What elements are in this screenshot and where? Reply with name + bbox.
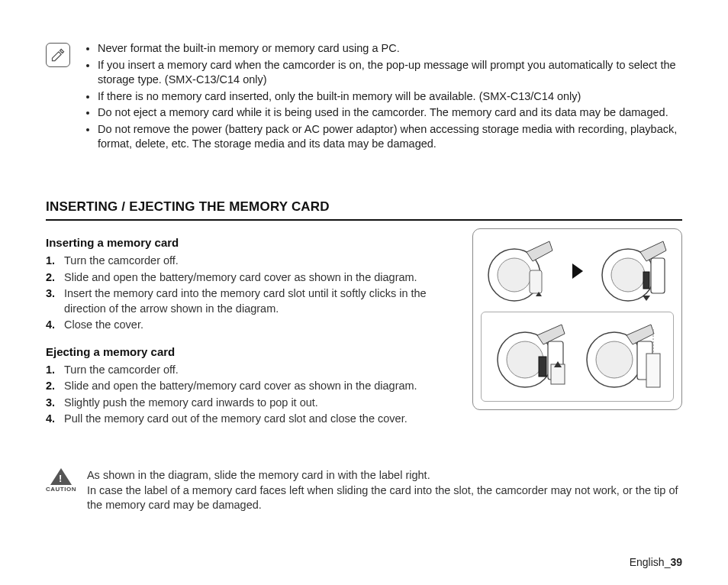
camcorder-closed-icon xyxy=(481,237,557,305)
note-block: Never format the built-in memory or memo… xyxy=(46,41,682,154)
caution-label: CAUTION xyxy=(46,486,76,494)
list-item: 3.Insert the memory card into the memory… xyxy=(60,286,457,316)
list-item: 4.Pull the memory card out of the memory… xyxy=(60,412,457,427)
note-item: Do not remove the power (battery pack or… xyxy=(98,122,682,152)
svg-rect-2 xyxy=(530,270,542,293)
list-item: 1.Turn the camcorder off. xyxy=(60,363,457,378)
camcorder-eject-icon xyxy=(581,318,665,395)
step-text: Slightly push the memory card inwards to… xyxy=(64,396,318,409)
pencil-note-icon xyxy=(50,47,66,63)
eject-heading: Ejecting a memory card xyxy=(46,345,457,358)
list-item: 4.Close the cover. xyxy=(60,318,457,333)
svg-rect-15 xyxy=(646,354,660,387)
list-item: 2.Slide and open the battery/memory card… xyxy=(60,379,457,394)
svg-point-4 xyxy=(611,258,645,292)
arrow-right-icon xyxy=(572,263,583,279)
camcorder-insert-icon xyxy=(490,318,574,395)
step-text: Turn the camcorder off. xyxy=(64,254,179,267)
note-item: Do not eject a memory card while it is b… xyxy=(98,105,682,121)
caution-block: CAUTION As shown in the diagram, slide t… xyxy=(46,468,682,513)
footer-lang: English xyxy=(630,556,665,568)
step-text: Turn the camcorder off. xyxy=(64,364,179,376)
step-text: Slide and open the battery/memory card c… xyxy=(64,380,417,392)
step-text: Insert the memory card into the memory c… xyxy=(64,287,427,315)
insert-heading: Inserting a memory card xyxy=(46,236,457,249)
section-heading: INSERTING / EJECTING THE MEMORY CARD xyxy=(46,199,682,221)
step-text: Pull the memory card out of the memory c… xyxy=(64,412,407,425)
content-row: Inserting a memory card 1.Turn the camco… xyxy=(46,231,682,439)
caution-text: As shown in the diagram, slide the memor… xyxy=(87,468,682,513)
caution-line: In case the label of a memory card faces… xyxy=(87,483,682,513)
caution-line: As shown in the diagram, slide the memor… xyxy=(87,468,682,483)
svg-rect-10 xyxy=(539,357,546,377)
page-number: 39 xyxy=(670,556,682,568)
caution-icon: CAUTION xyxy=(46,468,76,494)
note-list: Never format the built-in memory or memo… xyxy=(84,41,682,154)
list-item: 2.Slide and open the battery/memory card… xyxy=(60,270,457,286)
note-icon xyxy=(46,43,70,67)
insert-steps: 1.Turn the camcorder off. 2.Slide and op… xyxy=(46,254,457,333)
step-text: Close the cover. xyxy=(64,318,143,331)
camcorder-open-icon xyxy=(598,237,674,305)
list-item: 3.Slightly push the memory card inwards … xyxy=(60,396,457,411)
instructions-column: Inserting a memory card 1.Turn the camco… xyxy=(46,231,457,439)
page-footer: English_39 xyxy=(630,556,682,568)
diagram-top-row xyxy=(481,237,674,305)
note-item: If there is no memory card inserted, onl… xyxy=(98,89,682,105)
note-item: If you insert a memory card when the cam… xyxy=(98,58,682,88)
svg-point-13 xyxy=(596,341,633,378)
eject-steps: 1.Turn the camcorder off. 2.Slide and op… xyxy=(46,363,457,427)
svg-rect-5 xyxy=(651,258,665,293)
svg-point-8 xyxy=(507,341,543,378)
diagram-bottom-row xyxy=(481,312,674,402)
diagram-panel xyxy=(472,228,682,410)
svg-rect-6 xyxy=(643,272,649,289)
svg-point-1 xyxy=(498,258,531,292)
note-item: Never format the built-in memory or memo… xyxy=(98,41,682,57)
step-text: Slide and open the battery/memory card c… xyxy=(64,271,417,283)
warning-triangle-icon xyxy=(50,468,72,485)
page-content: Never format the built-in memory or memo… xyxy=(0,0,728,585)
list-item: 1.Turn the camcorder off. xyxy=(60,254,457,269)
